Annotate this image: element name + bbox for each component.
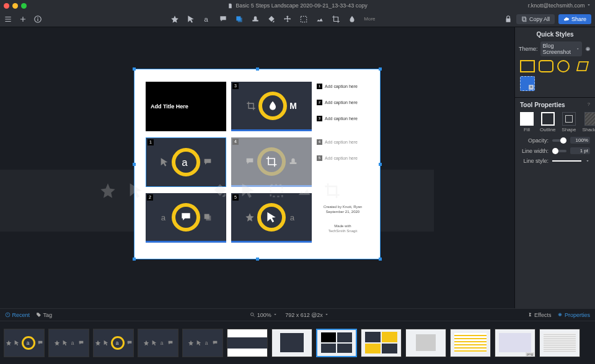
- tray-thumbnail[interactable]: [182, 329, 223, 357]
- main-toolbar: More Copy All Share: [0, 11, 595, 27]
- callout-icon: [78, 340, 84, 346]
- share-button[interactable]: Share: [558, 14, 591, 24]
- tray-thumbnail[interactable]: [93, 329, 134, 357]
- theme-dropdown[interactable]: Blog Screenshot: [540, 41, 582, 56]
- star-icon: [6, 340, 12, 346]
- favorite-tool[interactable]: [170, 15, 179, 24]
- text-icon: [115, 340, 121, 346]
- properties-button[interactable]: Properties: [557, 312, 590, 318]
- text-icon: [204, 340, 210, 346]
- add-style-button[interactable]: +: [520, 76, 535, 91]
- tray-thumbnail[interactable]: [361, 329, 402, 357]
- linewidth-value[interactable]: 1 pt: [570, 147, 590, 154]
- template-document[interactable]: Add Title Here 3 M 1Add caption here 2Ad…: [134, 69, 380, 259]
- tray-thumbnail[interactable]: [227, 329, 268, 357]
- gear-icon[interactable]: [584, 46, 591, 53]
- crop-tool[interactable]: [332, 15, 340, 24]
- account-email-label: r.knott@techsmith.com: [528, 2, 585, 9]
- callout-icon: [167, 340, 174, 346]
- tray-thumbnail[interactable]: [405, 329, 446, 357]
- tag-button[interactable]: Tag: [36, 312, 52, 318]
- linewidth-slider[interactable]: [552, 150, 566, 152]
- style-rounded[interactable]: [539, 60, 553, 72]
- lock-icon[interactable]: [504, 15, 513, 24]
- outline-tab[interactable]: Outline: [540, 112, 555, 132]
- clock-icon: [5, 312, 11, 318]
- text-tool[interactable]: [203, 15, 211, 24]
- resize-handle-se[interactable]: [379, 258, 382, 261]
- resize-handle-nw[interactable]: [133, 67, 136, 71]
- copy-icon: [521, 16, 527, 22]
- selection-outline: [134, 69, 381, 259]
- fill-tool[interactable]: [267, 15, 276, 24]
- document-name-label: Basic 5 Steps Landscape 2020-09-21_13-33…: [236, 2, 368, 9]
- callout-icon: [37, 340, 43, 346]
- info-icon[interactable]: [33, 15, 42, 24]
- cursor-icon: [196, 340, 202, 346]
- document-icon: [227, 3, 233, 9]
- resize-handle-sw[interactable]: [133, 258, 136, 261]
- menu-icon[interactable]: [4, 15, 12, 24]
- recent-button[interactable]: Recent: [5, 312, 30, 318]
- text-icon: [70, 340, 76, 346]
- selection-tool[interactable]: [299, 15, 308, 24]
- blur-tool[interactable]: [348, 15, 356, 24]
- arrow-tool[interactable]: [187, 15, 195, 24]
- resize-handle-w[interactable]: [133, 163, 136, 166]
- shadow-tab[interactable]: Shadow: [583, 112, 596, 132]
- star-icon: [54, 340, 60, 346]
- properties-label: Properties: [565, 312, 590, 318]
- callout-tool[interactable]: [219, 15, 227, 24]
- dimensions-label[interactable]: 792 x 612 @2x: [285, 312, 329, 318]
- resize-handle-ne[interactable]: [379, 67, 382, 71]
- shape-tool[interactable]: [235, 15, 244, 24]
- fill-tab[interactable]: Fill: [520, 112, 534, 132]
- fx-icon: [527, 312, 533, 318]
- minimize-window-button[interactable]: [12, 3, 18, 9]
- resize-handle-s[interactable]: [256, 258, 259, 261]
- cursor-icon: [14, 340, 20, 346]
- tray-thumbnail-selected[interactable]: [316, 329, 357, 357]
- tray-thumbnail[interactable]: [539, 329, 580, 357]
- image-tool[interactable]: [315, 15, 324, 24]
- canvas[interactable]: Add Title Here 3 M 1Add caption here 2Ad…: [0, 27, 514, 308]
- style-parallelogram[interactable]: [575, 60, 590, 72]
- opacity-slider[interactable]: [552, 139, 566, 142]
- tray-thumbnail[interactable]: [271, 329, 312, 357]
- effects-button[interactable]: Effects: [527, 312, 552, 318]
- style-ellipse[interactable]: [557, 60, 570, 72]
- account-menu[interactable]: r.knott@techsmith.com: [528, 2, 591, 9]
- text-icon: [25, 340, 32, 346]
- copy-all-button[interactable]: Copy All: [516, 14, 555, 24]
- tray-thumbnail[interactable]: [48, 329, 89, 357]
- status-bar: Recent Tag 100% 792 x 612 @2x Effects Pr…: [0, 308, 595, 321]
- add-icon[interactable]: [19, 15, 27, 24]
- chevron-down-icon[interactable]: [585, 158, 590, 163]
- chevron-down-icon: [324, 312, 329, 317]
- capture-tray[interactable]: png: [0, 321, 595, 364]
- outline-label: Outline: [540, 127, 555, 132]
- tag-icon: [36, 312, 42, 318]
- gear-icon: [557, 312, 563, 318]
- tray-thumbnail[interactable]: png: [495, 329, 536, 357]
- zoom-value: 100%: [257, 312, 271, 318]
- more-tools-button[interactable]: More: [364, 16, 375, 22]
- style-rectangle[interactable]: [520, 60, 535, 72]
- help-icon[interactable]: ?: [588, 102, 590, 108]
- close-window-button[interactable]: [4, 3, 9, 9]
- dimensions-value: 792 x 612 @2x: [285, 312, 323, 318]
- shape-tab[interactable]: Shape: [562, 112, 576, 132]
- tray-thumbnail[interactable]: [138, 329, 178, 357]
- zoom-control[interactable]: 100%: [250, 312, 278, 318]
- tray-thumbnail[interactable]: [4, 329, 45, 357]
- window-controls: [4, 3, 27, 9]
- stamp-tool[interactable]: [251, 15, 260, 24]
- maximize-window-button[interactable]: [21, 3, 27, 9]
- resize-handle-e[interactable]: [379, 163, 382, 166]
- linewidth-label: Line width:: [520, 148, 549, 154]
- move-tool[interactable]: [283, 15, 292, 24]
- tray-thumbnail[interactable]: [450, 329, 491, 357]
- opacity-value[interactable]: 100%: [570, 137, 590, 144]
- resize-handle-n[interactable]: [256, 67, 259, 71]
- cursor-icon: [62, 340, 68, 346]
